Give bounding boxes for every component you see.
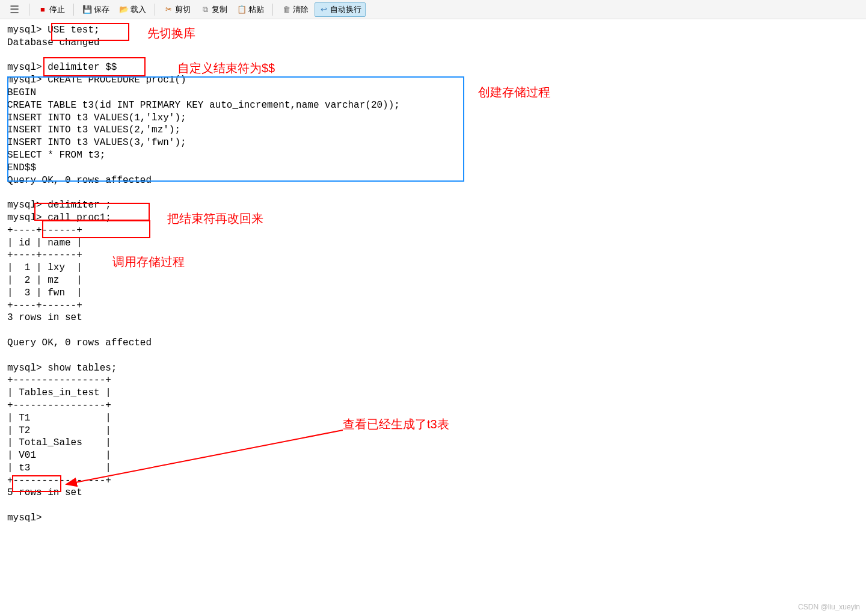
save-label: 保存: [94, 4, 109, 15]
wordwrap-label: 自动换行: [330, 4, 361, 15]
clear-button[interactable]: 🗑 清除: [278, 3, 312, 16]
annotation-call-proc: 调用存储过程: [112, 254, 185, 270]
paste-button[interactable]: 📋 粘贴: [233, 3, 268, 16]
copy-icon: ⧉: [200, 5, 210, 14]
trash-icon: 🗑: [281, 5, 291, 14]
wrap-icon: ↩: [319, 5, 328, 14]
separator: [155, 4, 155, 16]
annotation-switch-db: 先切换库: [147, 25, 195, 42]
save-button[interactable]: 💾 保存: [79, 3, 113, 16]
annotation-create-proc: 创建存储过程: [478, 84, 550, 100]
stop-label: 停止: [49, 4, 65, 15]
separator: [29, 4, 29, 16]
separator: [73, 4, 74, 16]
paste-icon: 📋: [237, 5, 247, 14]
folder-icon: 📂: [119, 5, 129, 14]
stop-icon: ■: [38, 5, 48, 14]
annotation-custom-delim: 自定义结束符为$$: [177, 60, 275, 76]
cut-label: 剪切: [175, 4, 191, 15]
copy-button[interactable]: ⧉ 复制: [197, 3, 231, 16]
wordwrap-button[interactable]: ↩ 自动换行: [315, 2, 366, 17]
terminal-output[interactable]: mysql> USE test; Database changed mysql>…: [0, 19, 866, 529]
copy-label: 复制: [212, 4, 227, 15]
paste-label: 粘贴: [248, 4, 264, 15]
annotation-check-table: 查看已经生成了t3表: [343, 416, 449, 433]
toolbar: ☰ ■ 停止 💾 保存 📂 载入 ✂ 剪切 ⧉ 复制 📋 粘贴 🗑 清除 ↩ 自…: [0, 0, 866, 19]
menu-icon[interactable]: ☰: [5, 3, 24, 16]
load-label: 载入: [131, 4, 146, 15]
clear-label: 清除: [293, 4, 309, 15]
annotation-restore-delim: 把结束符再改回来: [167, 211, 263, 227]
scissors-icon: ✂: [164, 5, 173, 14]
save-icon: 💾: [82, 5, 92, 14]
load-button[interactable]: 📂 载入: [115, 3, 150, 16]
separator: [272, 4, 273, 16]
stop-button[interactable]: ■ 停止: [34, 3, 69, 16]
cut-button[interactable]: ✂ 剪切: [160, 3, 194, 16]
